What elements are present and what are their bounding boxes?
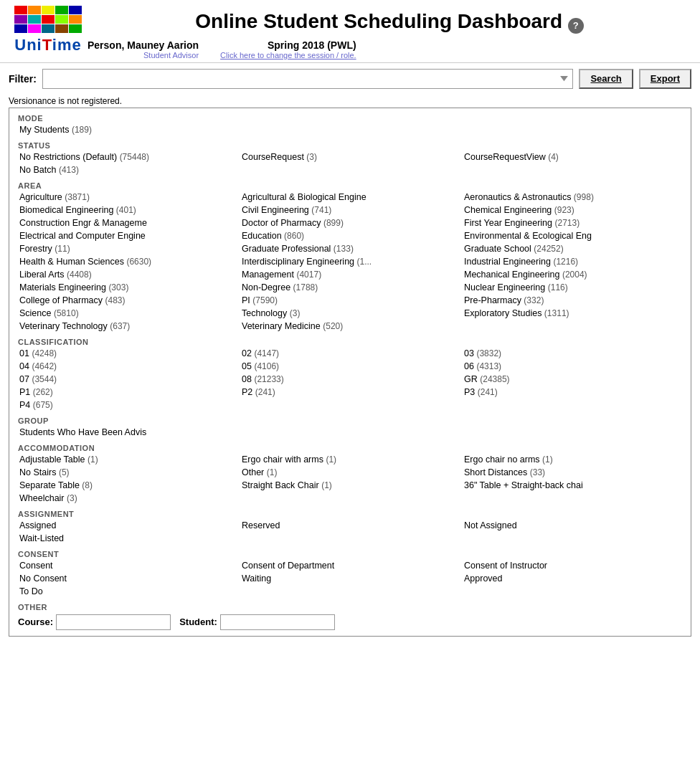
area-item-agriculture[interactable]: Agriculture (3871) — [18, 191, 237, 203]
accommodation-item-ergo-arms[interactable]: Ergo chair with arms (1) — [240, 454, 460, 465]
area-item-interdiscip-eng[interactable]: Interdisciplinary Engineering (1... — [240, 256, 460, 267]
search-button[interactable]: Search — [579, 69, 633, 89]
class-item-03[interactable]: 03 (3832) — [463, 348, 682, 359]
consent-item-waiting[interactable]: Waiting — [240, 573, 460, 584]
assignment-item-assigned[interactable]: Assigned — [18, 520, 237, 531]
class-item-02[interactable]: 02 (4147) — [240, 348, 460, 359]
section-label-accommodation: Accommodation — [18, 444, 682, 452]
session-label: Spring 2018 (PWL) — [220, 39, 356, 51]
class-item-p2[interactable]: P2 (241) — [240, 386, 460, 398]
accommodation-item-36-table[interactable]: 36" Table + Straight-back chai — [463, 480, 682, 491]
export-button[interactable]: Export — [639, 69, 691, 89]
area-item-env-eco[interactable]: Environmental & Ecological Eng — [463, 230, 682, 242]
filter-input[interactable] — [42, 69, 574, 89]
consent-item-dept[interactable]: Consent of Department — [240, 560, 460, 571]
area-item-construction[interactable]: Construction Engr & Manageme — [18, 217, 237, 229]
filter-bar: Filter: Search Export — [0, 63, 700, 95]
class-item-04[interactable]: 04 (4642) — [18, 361, 237, 372]
session-change-link[interactable]: Click here to change the session / role. — [220, 51, 356, 59]
area-item-technology[interactable]: Technology (3) — [240, 308, 460, 319]
area-item-liberal-arts[interactable]: Liberal Arts (4408) — [18, 269, 237, 280]
class-item-07[interactable]: 07 (3544) — [18, 373, 237, 385]
user-role: Student Advisor — [88, 51, 199, 59]
assignment-item-wait-listed[interactable]: Wait-Listed — [18, 533, 237, 544]
section-label-group: Group — [18, 416, 682, 425]
class-item-p4[interactable]: P4 (675) — [18, 399, 237, 411]
section-label-area: Area — [18, 181, 682, 190]
area-item-management[interactable]: Management (4017) — [240, 269, 460, 280]
dropdown-panel: Mode My Students (189) Status No Restric… — [9, 108, 691, 637]
area-item-elec-comp[interactable]: Electrical and Computer Engine — [18, 230, 237, 242]
title-area: Online Student Scheduling Dashboard ? Pe… — [88, 6, 691, 59]
user-name: Person, Mauney Aarion — [88, 39, 199, 51]
logo-cell — [69, 24, 82, 33]
consent-items: Consent Consent of Department Consent of… — [18, 560, 682, 597]
logo-cell — [55, 6, 68, 14]
other-section: Course: Student: — [18, 614, 682, 630]
group-item-advised[interactable]: Students Who Have Been Advis — [18, 427, 682, 438]
class-item-p3[interactable]: P3 (241) — [463, 386, 682, 398]
area-item-civil-eng[interactable]: Civil Engineering (741) — [240, 204, 460, 216]
class-item-p1[interactable]: P1 (262) — [18, 386, 237, 398]
area-item-health-human[interactable]: Health & Human Sciences (6630) — [18, 256, 237, 267]
area-item-industrial-eng[interactable]: Industrial Engineering (1216) — [463, 256, 682, 267]
area-item-vet-med[interactable]: Veterinary Medicine (520) — [240, 320, 460, 332]
accommodation-item-sep-table[interactable]: Separate Table (8) — [18, 480, 237, 491]
status-item-course-request[interactable]: CourseRequest (3) — [240, 151, 460, 163]
consent-item-to-do[interactable]: To Do — [18, 586, 237, 597]
class-item-08[interactable]: 08 (21233) — [240, 373, 460, 385]
course-input[interactable] — [56, 614, 171, 630]
status-items: No Restrictions (Default) (75448) Course… — [18, 151, 682, 176]
area-item-pharmacy[interactable]: College of Pharmacy (483) — [18, 295, 237, 306]
student-input[interactable] — [220, 614, 335, 630]
area-item-nuclear-eng[interactable]: Nuclear Engineering (116) — [463, 282, 682, 293]
area-item-vet-tech[interactable]: Veterinary Technology (637) — [18, 320, 237, 332]
area-item-materials-eng[interactable]: Materials Engineering (303) — [18, 282, 237, 293]
status-item-course-request-view[interactable]: CourseRequestView (4) — [463, 151, 682, 163]
area-item-forestry[interactable]: Forestry (11) — [18, 243, 237, 254]
area-item-exploratory[interactable]: Exploratory Studies (1311) — [463, 308, 682, 319]
logo-cell — [42, 15, 55, 24]
class-item-06[interactable]: 06 (4313) — [463, 361, 682, 372]
class-item-01[interactable]: 01 (4248) — [18, 348, 237, 359]
area-item-first-year-eng[interactable]: First Year Engineering (2713) — [463, 217, 682, 229]
area-item-doctor-pharm[interactable]: Doctor of Pharmacy (899) — [240, 217, 460, 229]
logo-cell — [28, 6, 41, 14]
consent-item-no-consent[interactable]: No Consent — [18, 573, 237, 584]
status-item-no-batch[interactable]: No Batch (413) — [18, 164, 237, 176]
area-item-chem-eng[interactable]: Chemical Engineering (923) — [463, 204, 682, 216]
accommodation-item-short-dist[interactable]: Short Distances (33) — [463, 467, 682, 478]
consent-item-approved[interactable]: Approved — [463, 573, 682, 584]
assignment-item-reserved[interactable]: Reserved — [240, 520, 460, 531]
status-item-no-restrictions[interactable]: No Restrictions (Default) (75448) — [18, 151, 237, 163]
area-item-science[interactable]: Science (5810) — [18, 308, 237, 319]
area-item-pre-pharm[interactable]: Pre-Pharmacy (332) — [463, 295, 682, 306]
area-item-aero-astro[interactable]: Aeronautics & Astronautics (998) — [463, 191, 682, 203]
area-item-grad-school[interactable]: Graduate School (24252) — [463, 243, 682, 254]
class-item-05[interactable]: 05 (4106) — [240, 361, 460, 372]
consent-item-instructor[interactable]: Consent of Instructor — [463, 560, 682, 571]
accommodation-item-adj-table[interactable]: Adjustable Table (1) — [18, 454, 237, 465]
consent-item-consent[interactable]: Consent — [18, 560, 237, 571]
help-icon[interactable]: ? — [568, 18, 584, 34]
assignment-item-not-assigned[interactable]: Not Assigned — [463, 520, 682, 531]
area-item-agr-bio-eng[interactable]: Agricultural & Biological Engine — [240, 191, 460, 203]
accommodation-item-other[interactable]: Other (1) — [240, 467, 460, 478]
area-item-non-degree[interactable]: Non-Degree (1788) — [240, 282, 460, 293]
logo-cell — [28, 15, 41, 24]
area-item-education[interactable]: Education (860) — [240, 230, 460, 242]
logo-cell — [28, 24, 41, 33]
area-item-grad-prof[interactable]: Graduate Professional (133) — [240, 243, 460, 254]
unitime-logo: UniTime — [14, 36, 81, 54]
area-item-mech-eng[interactable]: Mechanical Engineering (2004) — [463, 269, 682, 280]
area-item-pi[interactable]: PI (7590) — [240, 295, 460, 306]
user-info: Person, Mauney Aarion Student Advisor — [88, 39, 199, 59]
class-item-gr[interactable]: GR (24385) — [463, 373, 682, 385]
accommodation-item-straight-back[interactable]: Straight Back Chair (1) — [240, 480, 460, 491]
accommodation-item-no-stairs[interactable]: No Stairs (5) — [18, 467, 237, 478]
accommodation-item-ergo-no-arms[interactable]: Ergo chair no arms (1) — [463, 454, 682, 465]
version-notice: Versionance is not registered. — [0, 95, 700, 108]
mode-item-my-students[interactable]: My Students (189) — [18, 124, 682, 135]
area-item-biomed-eng[interactable]: Biomedical Engineering (401) — [18, 204, 237, 216]
accommodation-item-wheelchair[interactable]: Wheelchair (3) — [18, 492, 237, 504]
